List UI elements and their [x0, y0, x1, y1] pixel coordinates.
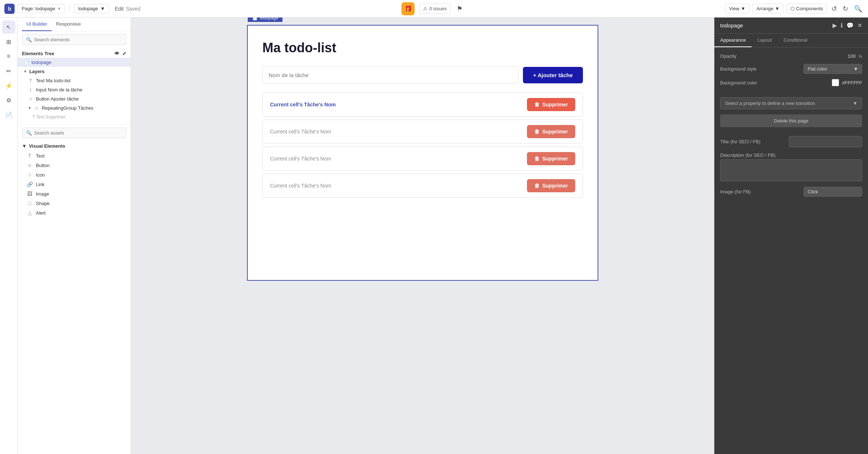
page-tool[interactable]: 📄 — [2, 108, 15, 121]
gift-button[interactable]: 🎁 — [401, 2, 415, 15]
icon-sidebar: ↖ ⊞ ≡ ✏ ⚡ ⚙ 📄 — [0, 18, 18, 454]
search-assets-input[interactable] — [34, 130, 122, 136]
bg-style-value: Flat color — [808, 66, 827, 72]
tab-appearance[interactable]: Appearance — [714, 34, 752, 47]
asset-shape[interactable]: □ Shape — [18, 198, 131, 208]
tab-conditional[interactable]: Conditional — [778, 34, 813, 47]
saved-label: Saved — [126, 6, 141, 12]
canvas[interactable]: 📄 todopage Ma todo-list + Ajouter tâche … — [131, 18, 714, 454]
asset-link-icon: 🔗 — [26, 181, 33, 187]
asset-image[interactable]: 🖼 Image — [18, 189, 131, 198]
seo-title-row: Title (for SEO / FB) — [720, 136, 862, 147]
todo-input[interactable] — [262, 67, 519, 84]
eye-icon[interactable]: 👁 — [115, 51, 119, 56]
rp-play-icon[interactable]: ▶ — [833, 22, 837, 29]
plugin-tool[interactable]: ⚡ — [2, 79, 15, 92]
asset-icon[interactable]: ☆ Icon — [18, 170, 131, 179]
undo-button[interactable]: ↺ — [830, 3, 838, 14]
right-panel: todopage ▶ ℹ 💬 ✕ Appearance Layout Condi… — [714, 18, 868, 454]
bg-color-label: Background color — [720, 80, 757, 86]
rp-tabs: Appearance Layout Conditional — [714, 34, 868, 48]
asset-link-label: Link — [36, 182, 45, 187]
asset-shape-label: Shape — [36, 201, 50, 206]
page-name-selector[interactable]: todopage ▼ — [74, 4, 109, 13]
arrange-button[interactable]: Arrange ▼ — [752, 4, 783, 14]
asset-shape-icon: □ — [26, 200, 33, 206]
search-elements-box[interactable]: 🔍 — [22, 34, 126, 45]
flag-icon[interactable]: ⚑ — [455, 3, 464, 14]
page-tab[interactable]: 📄 todopage — [248, 18, 283, 22]
page-tab-label: todopage — [260, 18, 278, 20]
asset-link[interactable]: 🔗 Link — [18, 179, 131, 189]
opacity-unit: % — [858, 54, 862, 58]
tab-layout[interactable]: Layout — [752, 34, 778, 47]
asset-alert[interactable]: △ Alert — [18, 208, 131, 217]
tree-item-root[interactable]: 📄 todopage — [18, 58, 131, 67]
asset-text[interactable]: T Text — [18, 151, 131, 160]
todo-row-1: Current cell's Tâche's Nom 🗑 Supprimer — [262, 92, 583, 117]
opacity-label: Opacity — [720, 53, 736, 59]
tree-item-btn-ajouter[interactable]: ⊹ Button Ajouter tâche — [18, 94, 131, 103]
rp-chat-icon[interactable]: 💬 — [846, 22, 854, 29]
cursor-tool[interactable]: ↖ — [2, 20, 15, 34]
tab-ui-builder[interactable]: UI Builder — [22, 18, 52, 31]
todo-row-2-label: Current cell's Tâche's Nom — [270, 129, 331, 135]
rp-info-icon[interactable]: ℹ — [841, 22, 843, 29]
grid-tool[interactable]: ⊞ — [2, 35, 15, 48]
view-label: View — [729, 6, 739, 11]
tree-item-text-todo[interactable]: T Text Ma todo-list — [18, 76, 131, 85]
search-assets-box[interactable]: 🔍 — [22, 128, 126, 138]
left-sidebar: UI Builder Responsive 🔍 Elements Tree 👁 … — [18, 18, 131, 454]
todo-input-row: + Ajouter tâche — [262, 67, 583, 84]
asset-icon-label: Icon — [36, 172, 45, 178]
tab-responsive[interactable]: Responsive — [52, 18, 85, 31]
settings-tool[interactable]: ⚙ — [2, 94, 15, 107]
asset-button[interactable]: ⊹ Button — [18, 160, 131, 170]
transition-select[interactable]: Select a property to define a new transi… — [720, 97, 862, 109]
view-button[interactable]: View ▼ — [725, 4, 749, 14]
canvas-page: 📄 todopage Ma todo-list + Ajouter tâche … — [247, 25, 598, 281]
tree-item-input-nom[interactable]: I Input Nom de la tâche — [18, 85, 131, 94]
main-layout: ↖ ⊞ ≡ ✏ ⚡ ⚙ 📄 UI Builder Responsive 🔍 El… — [0, 18, 868, 454]
tree-item-rg-child[interactable]: T Text Supprimer — [18, 113, 131, 121]
search-button[interactable]: 🔍 — [853, 3, 864, 14]
redo-button[interactable]: ↻ — [841, 3, 850, 14]
rp-close-icon[interactable]: ✕ — [857, 22, 862, 29]
seo-title-input[interactable] — [789, 136, 862, 147]
spacer-2 — [720, 133, 862, 136]
todo-delete-btn-1[interactable]: 🗑 Supprimer — [527, 98, 575, 111]
page-selector-chevron: ▼ — [57, 7, 61, 11]
layers-tool[interactable]: ≡ — [2, 50, 15, 63]
image-fb-select[interactable]: Click — [804, 187, 862, 197]
trash-icon-3: 🗑 — [534, 156, 539, 162]
visual-elements-toggle[interactable]: ▼ Visual Elements — [18, 141, 131, 151]
trash-icon-4: 🗑 — [534, 183, 539, 189]
issues-button[interactable]: ⚠ 0 issues — [419, 4, 451, 14]
search-elements-input[interactable] — [34, 37, 122, 42]
delete-page-button[interactable]: Delete this page — [720, 114, 862, 127]
todo-delete-btn-4[interactable]: 🗑 Supprimer — [527, 179, 575, 192]
brush-tool[interactable]: ✏ — [2, 64, 15, 77]
tree-title-icons: 👁 ⤢ — [115, 51, 126, 56]
expand-icon[interactable]: ⤢ — [122, 51, 126, 56]
topbar: b Page: todopage ▼ todopage ▼ Edit Saved… — [0, 0, 868, 18]
page-selector[interactable]: Page: todopage ▼ — [18, 4, 65, 13]
button-icon: ⊹ — [28, 97, 34, 102]
tree-item-input-label: Input Nom de la tâche — [36, 87, 82, 92]
tree-item-repeating-group[interactable]: ▼ ⊹ RepeatingGroup Tâches — [18, 103, 131, 113]
todo-delete-btn-3[interactable]: 🗑 Supprimer — [527, 152, 575, 165]
bg-color-swatch[interactable] — [832, 79, 839, 86]
components-button[interactable]: ⬡ Components — [786, 4, 827, 14]
todo-delete-btn-2[interactable]: 🗑 Supprimer — [527, 125, 575, 138]
todo-list: Current cell's Tâche's Nom 🗑 Supprimer C… — [262, 92, 583, 198]
todo-add-button[interactable]: + Ajouter tâche — [523, 67, 583, 83]
opacity-value: 100 — [848, 53, 856, 59]
bg-style-select[interactable]: Flat color ▼ — [804, 64, 862, 74]
rp-title: todopage — [720, 22, 743, 29]
search-elements-icon: 🔍 — [26, 37, 32, 42]
asset-button-label: Button — [36, 163, 50, 168]
seo-desc-textarea[interactable] — [720, 159, 862, 181]
logo[interactable]: b — [4, 4, 15, 14]
asset-image-label: Image — [36, 191, 49, 197]
layers-toggle[interactable]: ▼ Layers — [18, 67, 131, 76]
